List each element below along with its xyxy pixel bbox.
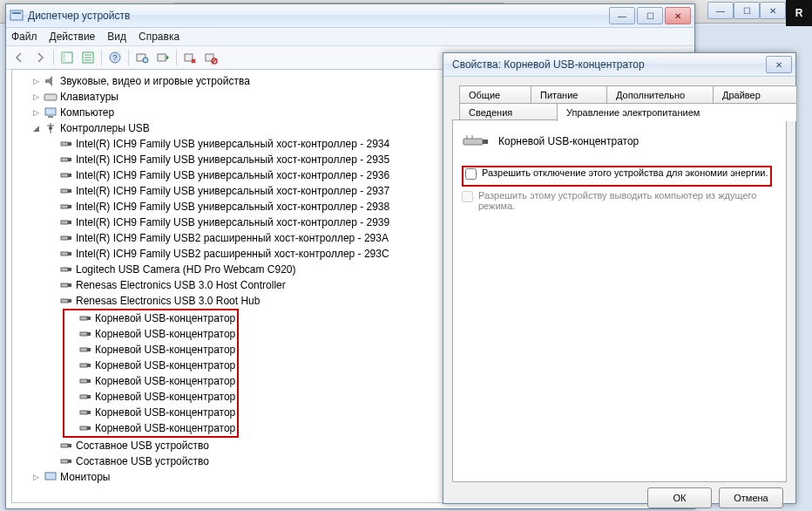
bg-max-button[interactable]: ☐ [734, 2, 760, 19]
usb-device-icon [78, 405, 92, 419]
svg-rect-63 [87, 426, 91, 430]
svg-rect-35 [68, 205, 71, 208]
svg-point-11 [143, 58, 148, 63]
bg-min-button[interactable]: — [707, 2, 734, 19]
back-button[interactable] [10, 48, 29, 67]
maximize-button[interactable]: ☐ [637, 7, 663, 24]
tree-label[interactable]: Корневой USB-концентратор [95, 310, 235, 326]
svg-rect-33 [68, 189, 71, 193]
svg-rect-37 [68, 221, 71, 224]
minimize-button[interactable]: — [609, 7, 635, 24]
svg-rect-64 [61, 444, 68, 447]
tree-label[interactable]: Intel(R) ICH9 Family USB универсальный х… [76, 136, 389, 152]
tree-label[interactable]: Intel(R) ICH9 Family USB универсальный х… [76, 183, 389, 199]
tree-label[interactable]: Корневой USB-концентратор [95, 326, 235, 342]
allow-wake-checkbox [462, 191, 473, 202]
tree-label[interactable]: Компьютер [60, 105, 114, 120]
tree-label[interactable]: Renesas Electronics USB 3.0 Root Hub [76, 293, 260, 309]
menu-file[interactable]: Файл [11, 31, 37, 43]
tree-label[interactable]: Составное USB устройство [76, 438, 209, 453]
svg-rect-29 [68, 158, 71, 161]
tab-power[interactable]: Питание [531, 85, 615, 104]
tree-label[interactable]: Мониторы [60, 469, 110, 485]
svg-rect-42 [61, 268, 68, 271]
usb-device-icon [59, 294, 73, 308]
svg-rect-22 [48, 116, 53, 118]
tree-label[interactable]: Renesas Electronics USB 3.0 Host Control… [76, 277, 286, 293]
titlebar[interactable]: Диспетчер устройств — ☐ ✕ [6, 4, 694, 28]
tree-label[interactable]: Intel(R) ICH9 Family USB2 расширенный хо… [76, 246, 389, 262]
tree-label[interactable]: Клавиатуры [60, 89, 118, 105]
tree-label[interactable]: Корневой USB-концентратор [95, 342, 235, 358]
menu-help[interactable]: Справка [139, 31, 179, 43]
cancel-button[interactable]: Отмена [719, 487, 783, 508]
update-driver-button[interactable] [153, 48, 173, 67]
help-button[interactable]: ? [105, 48, 125, 67]
tab-strip: Общие Питание Дополнительно Драйвер Свед… [452, 85, 787, 120]
svg-rect-51 [87, 332, 91, 336]
properties-button[interactable] [78, 48, 98, 67]
svg-rect-57 [87, 379, 91, 383]
uninstall-button[interactable] [180, 48, 200, 67]
menubar: Файл Действие Вид Справка [6, 28, 694, 46]
dialog-titlebar[interactable]: Свойства: Корневой USB-концентратор ✕ [443, 53, 795, 77]
forward-button[interactable] [30, 48, 50, 67]
svg-rect-68 [45, 473, 56, 480]
svg-rect-49 [87, 317, 91, 320]
menu-action[interactable]: Действие [50, 31, 96, 43]
tree-label[interactable]: Intel(R) ICH9 Family USB универсальный х… [76, 167, 389, 183]
svg-rect-48 [80, 317, 87, 320]
device-name-label: Корневой USB-концентратор [498, 135, 639, 147]
svg-rect-46 [61, 299, 68, 303]
usb-hub-icon [462, 131, 490, 152]
highlighted-root-hubs: ·Корневой USB-концентратор·Корневой USB-… [63, 309, 239, 438]
tree-label[interactable]: Корневой USB-концентратор [95, 389, 235, 405]
bg-app-icon: R [786, 0, 812, 26]
tab-driver[interactable]: Драйвер [713, 85, 797, 104]
tree-label[interactable]: Корневой USB-концентратор [95, 358, 235, 373]
usb-device-icon [59, 278, 73, 292]
tree-label[interactable]: Составное USB устройство [76, 453, 209, 469]
tree-label[interactable]: Звуковые, видео и игровые устройства [60, 73, 250, 89]
tree-label[interactable]: Intel(R) ICH9 Family USB универсальный х… [76, 152, 389, 167]
tree-label[interactable]: Intel(R) ICH9 Family USB универсальный х… [76, 215, 389, 230]
expand-icon[interactable]: ▷ [31, 108, 41, 118]
close-button[interactable]: ✕ [665, 7, 691, 24]
collapse-icon[interactable]: ◢ [31, 124, 41, 133]
svg-rect-32 [61, 189, 68, 193]
usb-device-icon [78, 327, 92, 341]
menu-view[interactable]: Вид [107, 31, 126, 43]
svg-rect-59 [87, 395, 91, 399]
expand-icon[interactable]: ▷ [31, 77, 41, 86]
tree-label[interactable]: Logitech USB Camera (HD Pro Webcam C920) [76, 262, 296, 277]
tab-power-management[interactable]: Управление электропитанием [557, 103, 797, 121]
ok-button[interactable]: ОК [647, 487, 712, 508]
expand-icon[interactable]: ▷ [31, 92, 41, 102]
svg-rect-60 [80, 411, 87, 414]
scan-hardware-button[interactable] [132, 48, 152, 67]
tree-label[interactable]: Корневой USB-концентратор [95, 405, 235, 420]
tab-general[interactable]: Общие [459, 85, 539, 104]
svg-rect-20 [44, 94, 57, 100]
svg-rect-12 [158, 54, 166, 61]
usb-device-icon [59, 231, 73, 245]
allow-power-off-checkbox[interactable] [465, 168, 477, 180]
svg-rect-36 [61, 221, 68, 224]
tab-advanced[interactable]: Дополнительно [606, 85, 721, 104]
tab-details[interactable]: Сведения [459, 103, 565, 121]
svg-rect-39 [68, 236, 71, 240]
tree-label[interactable]: Intel(R) ICH9 Family USB2 расширенный хо… [76, 230, 389, 246]
expand-icon[interactable]: ▷ [31, 473, 41, 482]
tree-label[interactable]: Корневой USB-концентратор [95, 420, 235, 436]
tree-label[interactable]: Корневой USB-концентратор [95, 373, 235, 389]
tree-label[interactable]: Контроллеры USB [60, 120, 150, 136]
usb-device-icon [59, 262, 73, 276]
computer-icon [44, 106, 58, 119]
bg-close-button[interactable]: ✕ [760, 2, 786, 19]
show-hide-tree-button[interactable] [58, 48, 77, 67]
svg-rect-67 [68, 460, 71, 463]
disable-button[interactable] [201, 48, 220, 67]
svg-rect-34 [61, 205, 68, 208]
dialog-close-button[interactable]: ✕ [766, 56, 792, 73]
tree-label[interactable]: Intel(R) ICH9 Family USB универсальный х… [76, 199, 389, 215]
